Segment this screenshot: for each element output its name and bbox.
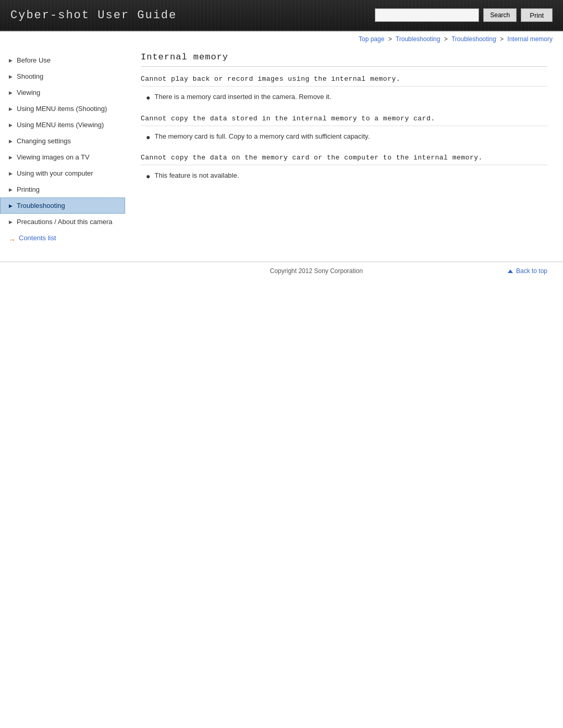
app-title: Cyber-shot User Guide <box>10 9 177 22</box>
sidebar-arrow-icon: ▶ <box>9 187 13 192</box>
sidebar-arrow-icon: ▶ <box>9 122 13 128</box>
sidebar-item-viewing[interactable]: ▶Viewing <box>0 84 125 101</box>
page-title: Internal memory <box>141 52 547 67</box>
sidebar-item-using-menu-items-shooting[interactable]: ▶Using MENU items (Shooting) <box>0 101 125 117</box>
section-heading-0: Cannot play back or record images using … <box>141 75 547 87</box>
sidebar-item-label: Viewing images on a TV <box>17 153 90 161</box>
contents-list-label: Contents list <box>19 234 56 242</box>
bullet-item: ●This feature is not available. <box>141 170 547 183</box>
sidebar-item-troubleshooting[interactable]: ▶Troubleshooting <box>0 198 125 214</box>
section-heading-1: Cannot copy the data stored in the inter… <box>141 115 547 126</box>
breadcrumb-current: Internal memory <box>507 35 553 43</box>
section-2: Cannot copy the data on the memory card … <box>141 154 547 183</box>
sidebar-item-using-menu-items-viewing[interactable]: ▶Using MENU items (Viewing) <box>0 117 125 133</box>
sidebar-item-label: Using MENU items (Viewing) <box>17 121 104 129</box>
sidebar-arrow-icon: ▶ <box>9 90 13 95</box>
sidebar-arrow-icon: ▶ <box>9 106 13 112</box>
sidebar-item-label: Viewing <box>17 89 40 96</box>
sidebar-item-viewing-images-on-a-tv[interactable]: ▶Viewing images on a TV <box>0 149 125 165</box>
sidebar-item-using-with-your-computer[interactable]: ▶Using with your computer <box>0 165 125 181</box>
main-content: Internal memory Cannot play back or reco… <box>125 47 563 204</box>
bullet-icon: ● <box>146 171 150 182</box>
bullet-item: ●There is a memory card inserted in the … <box>141 92 547 104</box>
sidebar-arrow-icon: ▶ <box>9 171 13 176</box>
breadcrumb-troubleshooting1[interactable]: Troubleshooting <box>396 35 440 43</box>
sidebar-item-label: Shooting <box>17 72 43 80</box>
footer: Copyright 2012 Sony Corporation Back to … <box>0 262 563 280</box>
sections-container: Cannot play back or record images using … <box>141 75 547 183</box>
sidebar-arrow-icon: ▶ <box>9 219 13 225</box>
sidebar-item-label: Using MENU items (Shooting) <box>17 105 107 113</box>
triangle-up-icon <box>508 269 513 273</box>
sidebar-item-label: Changing settings <box>17 137 71 145</box>
sidebar-arrow-icon: ▶ <box>9 203 13 208</box>
bullet-icon: ● <box>146 93 150 103</box>
sidebar-item-before-use[interactable]: ▶Before Use <box>0 52 125 68</box>
section-1: Cannot copy the data stored in the inter… <box>141 115 547 144</box>
sidebar-item-precautions--about-this-camera[interactable]: ▶Precautions / About this camera <box>0 214 125 230</box>
sidebar-item-label: Precautions / About this camera <box>17 218 113 226</box>
sidebar-item-label: Troubleshooting <box>17 202 65 209</box>
sidebar-item-changing-settings[interactable]: ▶Changing settings <box>0 133 125 149</box>
sidebar-item-label: Printing <box>17 186 40 193</box>
sidebar-arrow-icon: ▶ <box>9 155 13 160</box>
breadcrumb-top[interactable]: Top page <box>359 35 384 43</box>
bullet-text: The memory card is full. Copy to a memor… <box>154 132 370 140</box>
sidebar-arrow-icon: ▶ <box>9 74 13 79</box>
bullet-text: This feature is not available. <box>154 171 239 179</box>
sidebar-item-label: Before Use <box>17 56 51 64</box>
bullet-icon: ● <box>146 132 150 143</box>
layout: ▶Before Use▶Shooting▶Viewing▶Using MENU … <box>0 47 563 251</box>
print-button[interactable]: Print <box>521 8 553 22</box>
section-0: Cannot play back or record images using … <box>141 75 547 104</box>
bullet-item: ●The memory card is full. Copy to a memo… <box>141 131 547 144</box>
section-heading-2: Cannot copy the data on the memory card … <box>141 154 547 165</box>
sidebar-arrow-icon: ▶ <box>9 58 13 63</box>
bullet-text: There is a memory card inserted in the c… <box>154 93 331 101</box>
breadcrumb: Top page > Troubleshooting > Troubleshoo… <box>0 31 563 47</box>
back-to-top-link[interactable]: Back to top <box>508 267 547 275</box>
arrow-right-icon <box>8 236 17 241</box>
header-controls: Search Print <box>375 8 553 22</box>
sidebar: ▶Before Use▶Shooting▶Viewing▶Using MENU … <box>0 47 125 251</box>
sidebar-item-shooting[interactable]: ▶Shooting <box>0 68 125 84</box>
copyright-text: Copyright 2012 Sony Corporation <box>125 267 508 275</box>
sidebar-item-printing[interactable]: ▶Printing <box>0 181 125 198</box>
sidebar-arrow-icon: ▶ <box>9 139 13 144</box>
breadcrumb-troubleshooting2[interactable]: Troubleshooting <box>451 35 496 43</box>
search-input[interactable] <box>375 8 479 22</box>
sidebar-item-label: Using with your computer <box>17 169 93 177</box>
search-button[interactable]: Search <box>483 8 517 22</box>
header: Cyber-shot User Guide Search Print <box>0 0 563 31</box>
contents-list-link[interactable]: Contents list <box>0 230 125 246</box>
